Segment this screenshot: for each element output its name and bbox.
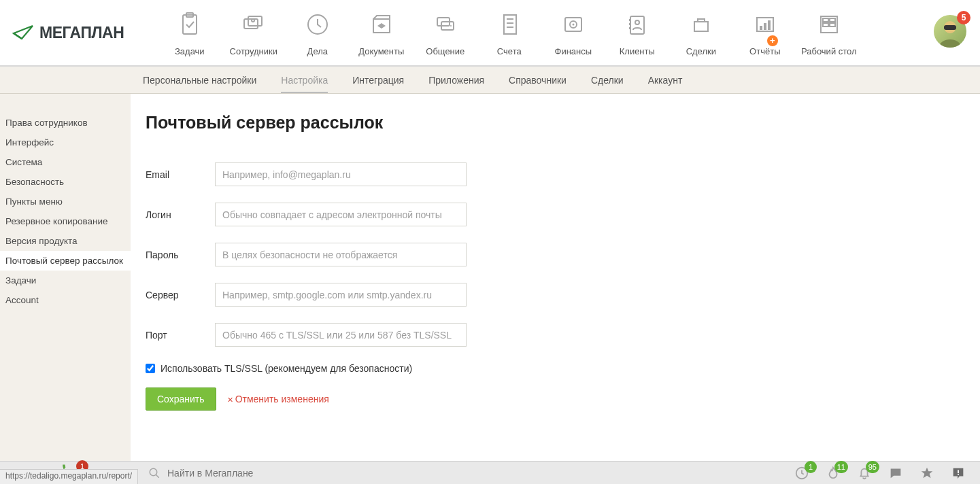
search-icon: [148, 467, 160, 479]
topnav-label: Общение: [426, 46, 464, 56]
topnav-label: Задачи: [175, 46, 205, 56]
svg-rect-37: [958, 470, 959, 473]
topnav-item-clients[interactable]: Клиенты: [608, 10, 666, 56]
avatar-wrap[interactable]: 5: [934, 15, 966, 48]
tray-fire-badge: 11: [834, 461, 848, 473]
svg-rect-11: [504, 15, 516, 34]
svg-rect-19: [629, 19, 630, 21]
subnav-item[interactable]: Интеграция: [352, 75, 404, 86]
svg-rect-25: [764, 23, 766, 30]
subnav-item[interactable]: Настройка: [281, 75, 328, 86]
tls-checkbox[interactable]: [146, 364, 155, 373]
label-port: Порт: [146, 330, 215, 341]
topnav-label: Счета: [497, 46, 522, 56]
topnav-label: Документы: [358, 46, 404, 56]
topnav-label: Рабочий стол: [801, 46, 857, 56]
clients-icon: [618, 10, 657, 39]
svg-rect-28: [823, 18, 828, 22]
topnav-item-chat[interactable]: Общение: [416, 10, 474, 56]
subnav-item[interactable]: Справочники: [509, 75, 567, 86]
tray-alert[interactable]: [950, 465, 966, 481]
sidebar-item[interactable]: Задачи: [0, 271, 131, 290]
tray-clock-badge: 1: [805, 461, 817, 473]
tasks-icon: [170, 10, 209, 39]
sidebar-item[interactable]: Account: [0, 290, 131, 310]
status-url: https://tedaligo.megaplan.ru/report/: [0, 469, 138, 484]
topnav: ЗадачиСотрудникиДелаДокументыОбщениеСчет…: [160, 10, 858, 56]
sidebar-item[interactable]: Права сотрудников: [0, 113, 131, 133]
sidebar-item[interactable]: Почтовый сервер рассылок: [0, 251, 131, 271]
label-login: Логин: [146, 209, 215, 220]
svg-rect-33: [944, 25, 956, 30]
svg-rect-30: [823, 23, 828, 27]
invoices-icon: [490, 10, 529, 39]
logo-text: МЕГАПЛАН: [39, 24, 124, 42]
tray-bell-badge: 95: [866, 461, 879, 473]
label-email: Email: [146, 169, 215, 180]
sidebar-item[interactable]: Безопасность: [0, 172, 131, 192]
port-field[interactable]: [215, 323, 467, 347]
subnav-item[interactable]: Сделки: [591, 75, 624, 86]
sidebar-item[interactable]: Система: [0, 152, 131, 172]
subnav: Персональные настройкиНастройкаИнтеграци…: [0, 67, 980, 94]
tray-chat[interactable]: [888, 465, 904, 481]
topnav-item-documents[interactable]: Документы: [352, 10, 410, 56]
svg-rect-38: [958, 473, 959, 474]
sidebar-item[interactable]: Резервное копирование: [0, 211, 131, 231]
topnav-label: Клиенты: [620, 46, 655, 56]
paper-plane-icon: [12, 24, 35, 41]
svg-rect-24: [760, 26, 762, 30]
topbar: МЕГАПЛАН ЗадачиСотрудникиДелаДокументыОб…: [0, 0, 980, 67]
sidebar-item[interactable]: Интерфейс: [0, 133, 131, 152]
search-input[interactable]: [167, 468, 371, 479]
actions: Сохранить Отменить изменения: [146, 387, 980, 411]
save-button[interactable]: Сохранить: [146, 387, 216, 411]
row-login: Логин: [146, 203, 980, 226]
avatar-badge: 5: [957, 11, 970, 24]
tray-star[interactable]: [919, 465, 935, 481]
svg-point-9: [447, 25, 449, 27]
employees-icon: [234, 10, 273, 39]
topnav-label: Сделки: [686, 46, 716, 56]
topnav-item-tasks[interactable]: Задачи: [160, 10, 218, 56]
sidebar-item[interactable]: Пункты меню: [0, 192, 131, 211]
cancel-button[interactable]: Отменить изменения: [227, 394, 329, 404]
tls-row: Использовать TLS/SSL (рекомендуем для бе…: [146, 363, 980, 374]
topnav-item-invoices[interactable]: Счета: [480, 10, 538, 56]
bottombar: 1 1 11 95: [0, 461, 980, 484]
row-server: Сервер: [146, 283, 980, 307]
email-field[interactable]: [215, 162, 467, 186]
logo[interactable]: МЕГАПЛАН: [12, 24, 124, 42]
tray-bell[interactable]: 95: [856, 465, 873, 481]
topnav-item-finance[interactable]: Финансы: [544, 10, 602, 56]
topnav-item-desktop[interactable]: Рабочий стол: [800, 10, 858, 56]
svg-rect-3: [248, 16, 262, 26]
server-field[interactable]: [215, 283, 467, 307]
subnav-item[interactable]: Персональные настройки: [143, 75, 256, 86]
reports-icon: [745, 10, 785, 39]
star-icon: [919, 466, 934, 481]
chat-icon: [426, 10, 465, 39]
tray-fire[interactable]: 11: [825, 465, 841, 481]
login-field[interactable]: [215, 203, 467, 226]
topnav-item-employees[interactable]: Сотрудники: [224, 10, 282, 56]
subnav-item[interactable]: Приложения: [428, 75, 484, 86]
tls-label[interactable]: Использовать TLS/SSL (рекомендуем для бе…: [160, 363, 412, 374]
label-password: Пароль: [146, 249, 215, 260]
topnav-item-reports[interactable]: Отчёты: [736, 10, 794, 56]
svg-rect-21: [629, 27, 630, 29]
svg-rect-29: [830, 18, 835, 22]
topnav-item-deals[interactable]: Сделки: [672, 10, 730, 56]
topnav-item-affairs[interactable]: Дела: [288, 10, 346, 56]
svg-rect-0: [183, 15, 197, 34]
tray-clock[interactable]: 1: [794, 465, 810, 481]
chat-icon: [888, 466, 903, 481]
main: Права сотрудниковИнтерфейсСистемаБезопас…: [0, 94, 980, 461]
svg-point-4: [252, 19, 254, 22]
sidebar-item[interactable]: Версия продукта: [0, 231, 131, 251]
row-password: Пароль: [146, 243, 980, 266]
subnav-item[interactable]: Аккаунт: [648, 75, 683, 86]
password-field[interactable]: [215, 243, 467, 266]
topnav-label: Сотрудники: [230, 46, 277, 56]
topnav-label: Дела: [307, 46, 328, 56]
